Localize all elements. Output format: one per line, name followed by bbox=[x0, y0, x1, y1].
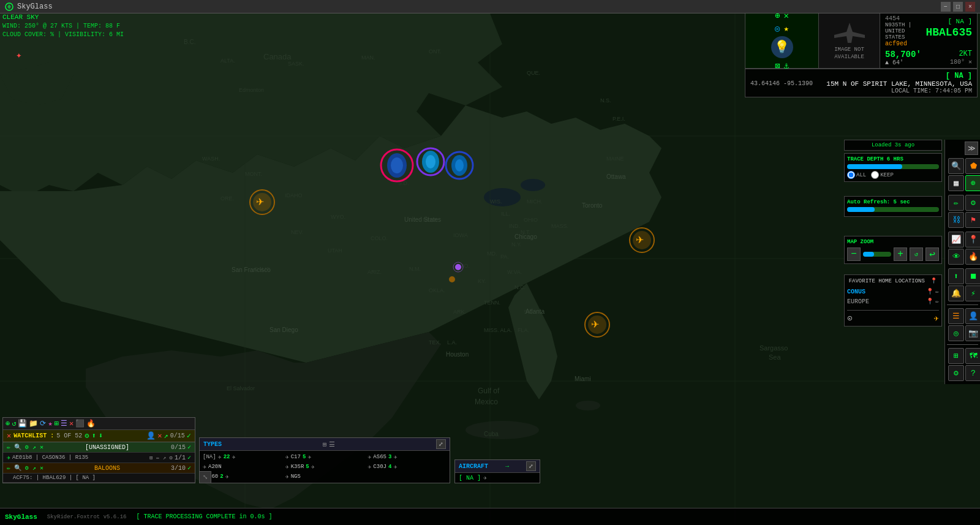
zoom-slider[interactable] bbox=[863, 252, 891, 257]
status-brand: SkyGlass bbox=[5, 513, 37, 521]
compass-sidebar-btn[interactable]: ⊕ bbox=[965, 175, 980, 191]
sidebar-row-2: ✏ ⚙ ⛓ ⚑ bbox=[947, 194, 978, 229]
wl-cross-icon[interactable]: ✕ bbox=[69, 419, 74, 428]
wl-check-icon[interactable]: ✓ bbox=[187, 431, 191, 440]
home-item-europe[interactable]: EUROPE 📍 ✏ bbox=[847, 296, 939, 306]
link-sidebar-btn[interactable]: ⛓ bbox=[948, 212, 964, 228]
type-item-c17[interactable]: ✈ C17 5 ✈ bbox=[284, 453, 366, 461]
star-icon[interactable]: ★ bbox=[784, 23, 789, 34]
trace-slider[interactable] bbox=[847, 164, 939, 169]
table-sidebar-btn[interactable]: ⊞ bbox=[948, 348, 964, 364]
radar-icon[interactable]: ◎ bbox=[775, 23, 780, 34]
coin-icon[interactable]: ⊙ bbox=[847, 313, 852, 323]
upload-sidebar-btn[interactable]: ⬆ bbox=[948, 268, 964, 284]
europe-edit-icon[interactable]: ✏ bbox=[935, 298, 939, 305]
aircraft-link[interactable]: acf9ed bbox=[885, 40, 925, 47]
zoom-center-button[interactable]: ↩ bbox=[925, 247, 939, 261]
wl-row-ae01b8[interactable]: ✈ AE01b8 | CASON36 | R135 ⊞ ✏ ↗ ⚙ 1/1 ✓ bbox=[3, 453, 195, 463]
watchlist-panel: ⊕ ↺ 💾 📁 ⟳ ★ ⊞ ☰ ✕ ⬛ 🔥 ✕ WATCHLIST : 5 OF… bbox=[2, 417, 195, 483]
wl-ban-icon[interactable]: ✕ bbox=[157, 431, 162, 440]
maximize-button[interactable]: □ bbox=[953, 2, 963, 12]
asp-row-na[interactable]: [ NA ] ✈ bbox=[455, 473, 540, 483]
zoom-reset-button[interactable]: ↺ bbox=[910, 247, 923, 261]
location2-sidebar-btn[interactable]: ◎ bbox=[948, 325, 964, 341]
spark-sidebar-btn[interactable]: ⚡ bbox=[965, 285, 980, 301]
wl-star-icon[interactable]: ★ bbox=[48, 419, 52, 428]
wl-sync-icon[interactable]: ⟳ bbox=[40, 419, 46, 428]
aircraft-id: 4454 bbox=[885, 15, 925, 22]
wl-baloons-check[interactable]: ✓ bbox=[187, 464, 191, 472]
zoom-minus-button[interactable]: − bbox=[847, 247, 861, 261]
map2-sidebar-btn[interactable]: 🗺 bbox=[965, 348, 980, 364]
list-sidebar-btn[interactable]: ☰ bbox=[948, 308, 964, 324]
filter-sidebar-btn[interactable]: ⬟ bbox=[965, 158, 980, 174]
settings-sidebar-btn[interactable]: ⚙ bbox=[948, 365, 964, 381]
wl-row-unassigned[interactable]: ✏ 🔍 ⚙ ↗ ✕ [UNASSIGNED] 0/15 ✓ bbox=[3, 442, 195, 453]
camera-sidebar-btn[interactable]: 📷 bbox=[965, 325, 980, 341]
types-expand-btn[interactable]: ⤢ bbox=[436, 439, 446, 449]
wl-row-baloons-header[interactable]: ✏ 🔍 ⚙ ↗ ✕ BALOONS 3/10 ✓ bbox=[3, 463, 195, 474]
plane-home-icon[interactable]: ✈ bbox=[934, 313, 939, 323]
type-item-ng5[interactable]: ✈ NG5 bbox=[284, 472, 366, 481]
stop2-sidebar-btn[interactable]: ⏹ bbox=[965, 268, 980, 284]
types-sort-icon[interactable]: ⊞ bbox=[323, 440, 327, 448]
wl-save-icon[interactable]: 💾 bbox=[18, 419, 27, 428]
wl-subitem[interactable]: ACF75: | HBAL629 | [ NA ] bbox=[3, 474, 195, 483]
asp-expand-btn[interactable]: ⤢ bbox=[526, 461, 536, 471]
wl-list-icon[interactable]: ☰ bbox=[61, 419, 67, 428]
conus-edit-icon[interactable]: ✏ bbox=[935, 288, 939, 295]
home-item-conus[interactable]: CONUS 📍 ✏ bbox=[847, 287, 939, 296]
type-c30j-icon: ✈ bbox=[368, 463, 371, 470]
expand-button[interactable]: ≫ bbox=[965, 142, 978, 155]
wl-person-icon[interactable]: 👤 bbox=[146, 431, 156, 440]
minimize-button[interactable]: − bbox=[941, 2, 951, 12]
conus-pin-icon[interactable]: 📍 bbox=[926, 288, 933, 295]
pencil-sidebar-btn[interactable]: ✏ bbox=[948, 195, 964, 211]
trace-keep-option[interactable]: KEEP bbox=[871, 171, 894, 179]
europe-pin-icon[interactable]: 📍 bbox=[926, 298, 933, 305]
svg-text:Toronto: Toronto bbox=[582, 202, 603, 209]
type-k35r-name: K35R bbox=[291, 464, 304, 470]
database-sidebar-btn[interactable]: ▦ bbox=[948, 175, 964, 191]
wl-up-icon[interactable]: ⬆ bbox=[92, 431, 96, 440]
wl-unassigned-check[interactable]: ✓ bbox=[187, 444, 191, 451]
wl-grid-icon[interactable]: ⊞ bbox=[55, 419, 59, 428]
aircraft-heading[interactable]: 180° ✕ bbox=[950, 58, 972, 66]
zoom-plus-button[interactable]: + bbox=[894, 247, 907, 261]
asp-arrow-icon[interactable]: → bbox=[505, 463, 509, 470]
wl-ae01b8-check[interactable]: ✓ bbox=[187, 454, 191, 461]
close-button[interactable]: × bbox=[965, 2, 975, 12]
home-add-icon[interactable]: 📍 bbox=[930, 278, 937, 284]
type-item-as65[interactable]: ✈ AS65 3 ✈ bbox=[366, 453, 448, 461]
gear-sidebar-btn[interactable]: ⚙ bbox=[965, 195, 980, 211]
types-filter-icon[interactable]: ☰ bbox=[329, 440, 335, 448]
wl-refresh-icon[interactable]: ↺ bbox=[12, 419, 16, 428]
wl-arrow-icon[interactable]: ↗ bbox=[164, 431, 168, 440]
type-item-h60[interactable]: ✈ H60 2 ✈ bbox=[202, 472, 283, 481]
trace-all-option[interactable]: ALL bbox=[847, 171, 866, 179]
types-header: TYPES ⊞ ☰ ⤢ bbox=[200, 438, 450, 451]
stop-sidebar-btn[interactable]: ⚑ bbox=[965, 212, 980, 228]
eye-sidebar-btn[interactable]: 👁 bbox=[948, 249, 964, 265]
pin-sidebar-btn[interactable]: 📍 bbox=[965, 232, 980, 247]
wl-folder-icon[interactable]: 📁 bbox=[29, 419, 38, 428]
search-sidebar-btn[interactable]: 🔍 bbox=[948, 158, 964, 174]
refresh-slider[interactable] bbox=[847, 207, 939, 212]
wl-stop-icon[interactable]: ⬛ bbox=[75, 419, 85, 428]
person-sidebar-btn[interactable]: 👤 bbox=[965, 308, 980, 324]
wl-header-x[interactable]: ✕ bbox=[7, 431, 11, 440]
wl-flame-icon[interactable]: 🔥 bbox=[86, 419, 96, 428]
type-item-c30j[interactable]: ✈ C30J 4 ✈ bbox=[366, 463, 448, 471]
type-item-na[interactable]: [NA] ✈ 22 ✈ bbox=[202, 453, 283, 461]
chart-sidebar-btn[interactable]: 📈 bbox=[948, 232, 964, 247]
resize-handle[interactable]: ⤡ bbox=[199, 471, 211, 483]
type-item-a20n[interactable]: ✈ A20N bbox=[202, 463, 283, 471]
bell-sidebar-btn[interactable]: 🔔 bbox=[948, 285, 964, 301]
wl-settings-icon[interactable]: ⚙ bbox=[85, 431, 89, 440]
type-item-k35r[interactable]: ✈ K35R 5 ✈ bbox=[284, 463, 366, 471]
wl-down-icon[interactable]: ⬇ bbox=[99, 431, 103, 440]
flame-sidebar-btn[interactable]: 🔥 bbox=[965, 249, 980, 265]
wl-add-icon[interactable]: ⊕ bbox=[6, 419, 10, 428]
bulb-icon[interactable]: 💡 bbox=[771, 36, 793, 58]
help-sidebar-btn[interactable]: ? bbox=[965, 365, 980, 381]
